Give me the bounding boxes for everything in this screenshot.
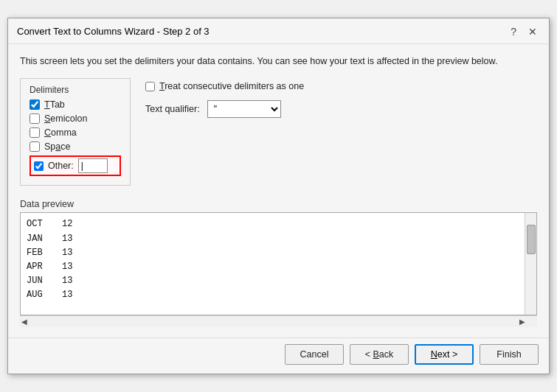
dialog-title: Convert Text to Columns Wizard - Step 2 … (17, 26, 210, 37)
delimiters-group: Delimiters TTab Semicolon Co (20, 78, 131, 186)
data-preview-section: Data preview OCT 12 JAN 13 FEB 13 (20, 199, 537, 327)
table-row: APR 13 (27, 260, 519, 274)
finish-button[interactable]: Finish (480, 344, 539, 365)
main-area: Delimiters TTab Semicolon Co (20, 78, 537, 186)
space-label[interactable]: Space (44, 141, 70, 152)
qualifier-select[interactable]: " ' {none} (207, 100, 281, 118)
semicolon-row: Semicolon (30, 113, 121, 124)
tab-checkbox[interactable] (30, 99, 40, 110)
tab-label[interactable]: TTab (44, 99, 65, 110)
scroll-right-icon[interactable]: ▶ (519, 318, 525, 326)
vertical-scrollbar[interactable] (525, 213, 536, 315)
close-button[interactable]: ✕ (525, 24, 540, 39)
preview-cell: 13 (62, 288, 72, 302)
title-bar: Convert Text to Columns Wizard - Step 2 … (8, 18, 549, 44)
back-button[interactable]: < Back (350, 344, 409, 365)
qualifier-row: Text qualifier: " ' {none} (145, 100, 304, 118)
preview-cell: APR (27, 260, 62, 274)
scroll-thumb[interactable] (527, 225, 536, 254)
preview-cell: JUN (27, 274, 62, 288)
next-button[interactable]: Next > (415, 344, 474, 365)
preview-cell: OCT (27, 217, 62, 231)
preview-container: OCT 12 JAN 13 FEB 13 APR 13 (20, 212, 537, 315)
qualifier-label: Text qualifier: (145, 104, 200, 114)
data-preview-label: Data preview (20, 199, 537, 209)
horizontal-scrollbar[interactable]: ◀ ▶ (20, 315, 537, 327)
other-checkbox[interactable] (34, 161, 44, 171)
comma-label[interactable]: Comma (44, 127, 77, 138)
dialog-window: Convert Text to Columns Wizard - Step 2 … (7, 18, 550, 375)
other-input[interactable] (78, 158, 108, 173)
preview-cell: 13 (62, 274, 72, 288)
table-row: AUG 13 (27, 288, 519, 302)
table-row: JAN 13 (27, 232, 519, 246)
dialog-content: This screen lets you set the delimiters … (8, 44, 549, 334)
tab-row: TTab (30, 99, 121, 110)
space-checkbox[interactable] (30, 141, 40, 152)
button-bar: Cancel < Back Next > Finish (8, 337, 549, 374)
table-row: OCT 12 (27, 217, 519, 231)
table-row: FEB 13 (27, 246, 519, 260)
cancel-button[interactable]: Cancel (285, 344, 344, 365)
scroll-left-icon[interactable]: ◀ (21, 318, 27, 326)
right-options: Treat consecutive delimiters as one Text… (145, 78, 304, 186)
comma-row: Comma (30, 127, 121, 138)
preview-inner[interactable]: OCT 12 JAN 13 FEB 13 APR 13 (21, 213, 525, 315)
semicolon-checkbox[interactable] (30, 113, 40, 124)
consecutive-row: Treat consecutive delimiters as one (145, 81, 304, 91)
consecutive-label[interactable]: Treat consecutive delimiters as one (159, 81, 304, 91)
preview-cell: AUG (27, 288, 62, 302)
description-text: This screen lets you set the delimiters … (20, 55, 537, 69)
space-row: Space (30, 141, 121, 152)
preview-cell: 13 (62, 246, 72, 260)
table-row: JUN 13 (27, 274, 519, 288)
help-button[interactable]: ? (508, 24, 519, 39)
comma-checkbox[interactable] (30, 127, 40, 138)
preview-cell: 13 (62, 260, 72, 274)
consecutive-checkbox[interactable] (145, 82, 155, 91)
other-label[interactable]: Other: (48, 161, 74, 171)
delimiters-label: Delimiters (30, 85, 121, 95)
preview-cell: 12 (62, 217, 72, 231)
preview-cell: JAN (27, 232, 62, 246)
title-bar-controls: ? ✕ (508, 24, 540, 39)
preview-cell: FEB (27, 246, 62, 260)
preview-cell: 13 (62, 232, 72, 246)
other-row: Other: (30, 155, 121, 176)
semicolon-label[interactable]: Semicolon (44, 113, 87, 124)
